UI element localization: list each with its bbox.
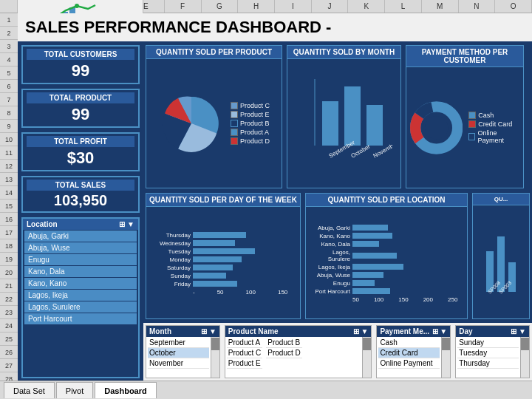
filter-month-items: September October November: [146, 337, 211, 378]
location-axis: 50 100 150 200 250: [310, 296, 463, 303]
filter-payment-cash[interactable]: Cash: [378, 338, 440, 348]
total-sales-label: TOTAL SALES: [27, 180, 134, 191]
filter-product-col1: Product A Product C Product E: [227, 338, 262, 377]
hbar-bar-lagos-surulere: [352, 253, 397, 259]
chart-location-body: Abuja, Garki Kano, Kano Kano, Dala: [306, 207, 467, 318]
hbar-monday: Monday: [150, 256, 296, 263]
pie-legend: Product C Product E Product B: [231, 102, 270, 145]
filter-month-scrollbar[interactable]: [211, 337, 219, 378]
filter-month-header: Month ⊞ ▼: [146, 326, 219, 337]
location-item[interactable]: Abuja, Wuse: [24, 242, 137, 253]
hbar-port-harcourt: Port Harcourt: [310, 288, 463, 295]
svg-point-3: [75, 4, 79, 8]
hbar-abuja-wuse: Abuja, Wuse: [310, 272, 463, 279]
location-item[interactable]: Abuja, Garki: [24, 231, 137, 242]
col-m: M: [422, 0, 459, 13]
tab-dataset[interactable]: Data Set: [4, 382, 55, 398]
donut-chart-svg: [410, 98, 463, 157]
charts-top-row: QUANTITY SOLD PER PRODUCT: [143, 43, 532, 191]
svg-rect-14: [366, 105, 383, 146]
filter-payment-credit[interactable]: Credit Card: [378, 348, 440, 358]
hbar-wednesday: Wednesday: [150, 240, 296, 247]
legend-color-credit: [468, 120, 476, 128]
legend-color-a: [231, 129, 238, 136]
filter-product-d[interactable]: Product D: [266, 348, 301, 358]
legend-color-c: [231, 102, 238, 109]
legend-online-label: Online Payment: [477, 129, 519, 144]
filter-product-scrollbar[interactable]: [362, 337, 371, 378]
chart-extra-title: QU...: [473, 194, 529, 205]
chart-extra-body: SP008 SP003: [473, 205, 529, 318]
filter-product-label: Product Name: [228, 327, 279, 335]
tab-pivot[interactable]: Pivot: [56, 382, 93, 398]
hbar-bar-wednesday: [193, 240, 235, 246]
legend-credit-card: Credit Card: [468, 120, 519, 128]
legend-credit-label: Credit Card: [478, 120, 512, 128]
filter-day-scrollbar[interactable]: [520, 337, 529, 378]
legend-online-payment: Online Payment: [468, 129, 519, 144]
location-header: Location ⊞ ▼: [23, 219, 138, 230]
legend-product-b: Product B: [231, 120, 270, 127]
location-item[interactable]: Kano, Dala: [24, 266, 137, 277]
filter-day-label: Day: [459, 327, 472, 335]
filter-product-controls: ⊞ ▼: [353, 327, 369, 335]
total-product-box: TOTAL PRODUCT 99: [21, 89, 140, 128]
filter-month-oct[interactable]: October: [148, 348, 209, 358]
filter-product-e[interactable]: Product E: [227, 358, 262, 369]
filter-payment-online[interactable]: Online Payment: [378, 358, 440, 369]
total-customers-value: 99: [27, 61, 134, 81]
total-sales-value: 103,950: [27, 192, 134, 209]
filter-day-sunday[interactable]: Sunday: [457, 338, 519, 348]
legend-product-d: Product D: [231, 137, 270, 145]
payment-legend: Cash Credit Card Online Payment: [468, 112, 519, 144]
chart-qty-month-title: QUANTITY SOLD BY MONTH: [287, 46, 400, 59]
right-content: QUANTITY SOLD PER PRODUCT: [143, 43, 532, 381]
hbar-saturday: Saturday: [150, 265, 296, 271]
hbar-bar-enugu: [352, 280, 375, 286]
col-n: N: [459, 0, 496, 13]
hbar-bar-kano-dala: [352, 241, 379, 247]
row-numbers: 1 2 3 4 5 6 7 8 9 10 11 12 13 14 15 16 1…: [0, 13, 18, 381]
col-k: K: [348, 0, 385, 13]
hbar-bar-abuja-garki: [352, 225, 388, 231]
location-item[interactable]: Port Harcourt: [24, 313, 137, 324]
chart-day-title: QUANTITY SOLD PER DAY OF THE WEEK: [146, 194, 300, 207]
location-item[interactable]: Enugu: [24, 254, 137, 265]
location-item[interactable]: Lagos, Ikeja: [24, 290, 137, 301]
location-item[interactable]: Lagos, Surulere: [24, 301, 137, 313]
filter-day-items: Sunday Tuesday Thursday: [456, 337, 520, 378]
filter-product-a[interactable]: Product A: [227, 338, 262, 348]
filter-month-label: Month: [149, 327, 171, 335]
tab-dashboard[interactable]: Dashboard: [95, 382, 156, 398]
hbar-bar-sunday: [193, 273, 226, 279]
filter-payment-content: Cash Credit Card Online Payment: [377, 337, 450, 378]
filter-day-box[interactable]: Day ⊞ ▼ Sunday Tuesday Thursday: [455, 325, 530, 378]
filter-payment-box[interactable]: Payment Me... ⊞ ▼ Cash Credit Card Onlin…: [376, 325, 451, 378]
chart-qty-product-body: Product C Product E Product B: [146, 59, 282, 188]
legend-color-b: [231, 120, 238, 127]
location-sort-icon[interactable]: ⊞ ▼: [119, 220, 134, 228]
filter-day-tuesday[interactable]: Tuesday: [457, 348, 519, 358]
total-profit-value: $30: [27, 149, 134, 168]
filter-product-box[interactable]: Product Name ⊞ ▼ Product A Product C Pro…: [225, 325, 372, 378]
chart-payment-method: PAYMENT METHOD PER CUSTOMER: [406, 45, 524, 188]
filter-payment-header: Payment Me... ⊞ ▼: [377, 326, 450, 337]
chart-qty-month-body: September October November: [287, 59, 400, 188]
filter-month-nov[interactable]: November: [148, 358, 209, 369]
filter-day-thursday[interactable]: Thursday: [457, 358, 519, 369]
filter-payment-scrollbar[interactable]: [441, 337, 450, 378]
filter-month-box[interactable]: Month ⊞ ▼ September October November: [146, 325, 220, 378]
hbar-bar-abuja-wuse: [352, 272, 383, 278]
filter-month-content: September October November: [146, 337, 219, 378]
filter-month-sep[interactable]: September: [148, 338, 209, 348]
col-f: F: [165, 0, 202, 13]
filter-product-c[interactable]: Product C: [227, 348, 262, 358]
col-l: L: [385, 0, 422, 13]
col-h: H: [238, 0, 275, 13]
hbar-bar-tuesday: [193, 248, 255, 254]
chart-extra: QU... SP008 SP003: [472, 193, 530, 319]
pie-chart-svg: [158, 90, 225, 157]
filter-product-b[interactable]: Product B: [266, 338, 301, 348]
location-item[interactable]: Kano, Kano: [24, 278, 137, 289]
chart-qty-month: QUANTITY SOLD BY MONTH September October: [287, 45, 401, 188]
